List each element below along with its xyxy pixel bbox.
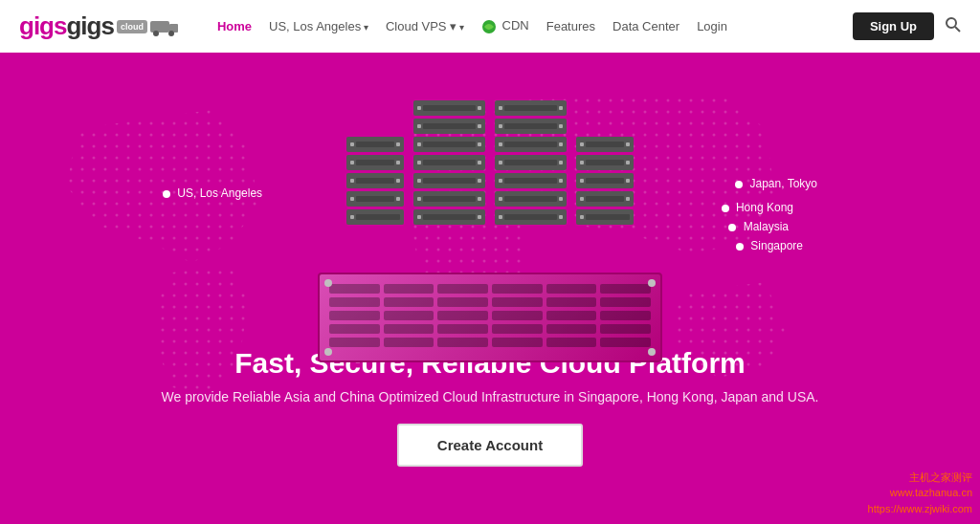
nav-links: Home US, Los Angeles Cloud VPS ▾ CDN Fea…	[217, 18, 853, 34]
svg-point-17	[728, 224, 736, 231]
search-button[interactable]	[946, 17, 961, 36]
nav-actions: Sign Up	[853, 12, 961, 40]
location-hk: Hong Kong	[722, 201, 793, 214]
svg-point-3	[168, 31, 174, 36]
location-singapore: Singapore	[736, 239, 803, 252]
watermark-line3: https://www.zjwiki.com	[868, 501, 972, 517]
nav-cdn[interactable]: CDN	[481, 18, 529, 34]
logo-cloud-badge: cloud	[117, 20, 147, 33]
nav-features[interactable]: Features	[546, 19, 595, 33]
svg-line-6	[955, 27, 960, 32]
logo-gigs1: gigs	[19, 11, 66, 41]
hero-section: US, Los Angeles Japan, Tokyo Hong Kong M…	[0, 53, 980, 524]
nav-home[interactable]: Home	[217, 19, 252, 33]
hero-subtitle: We provide Reliable Asia and China Optim…	[0, 389, 980, 404]
server-towers	[346, 100, 634, 225]
location-dot-japan	[735, 181, 743, 188]
navbar: gigsgigs cloud Home US, Los Angeles Clou…	[0, 0, 980, 53]
rack-server	[318, 273, 662, 362]
svg-point-18	[736, 243, 744, 251]
svg-rect-0	[150, 21, 169, 33]
svg-point-2	[153, 31, 159, 36]
watermark-line2: www.tazhanua.cn	[868, 485, 972, 501]
nav-dedicated-server[interactable]: US, Los Angeles	[269, 19, 368, 33]
logo[interactable]: gigsgigs cloud	[19, 11, 179, 41]
logo-gigs2: gigs	[66, 11, 113, 41]
search-icon	[946, 17, 961, 33]
watermark-line1: 主机之家测评	[868, 469, 972, 486]
create-account-button[interactable]: Create Account	[397, 424, 583, 467]
cdn-leaf-icon	[481, 19, 497, 34]
svg-point-5	[947, 18, 956, 28]
svg-point-15	[735, 181, 743, 188]
location-dot-singapore	[736, 243, 744, 251]
location-dot-us	[163, 190, 170, 198]
nav-cloud-vps[interactable]: Cloud VPS ▾	[386, 19, 464, 33]
nav-data-center[interactable]: Data Center	[612, 19, 679, 33]
svg-point-14	[163, 190, 170, 198]
location-malaysia: Malaysia	[728, 220, 789, 233]
nav-login[interactable]: Login	[697, 19, 727, 33]
location-dot-malaysia	[728, 224, 736, 231]
location-japan: Japan, Tokyo	[735, 177, 817, 190]
watermark: 主机之家测评 www.tazhanua.cn https://www.zjwik…	[868, 469, 972, 517]
hero-text-section: Fast, Secure, Reliable Cloud Platform We…	[0, 347, 980, 467]
location-dot-hk	[722, 205, 729, 212]
logo-truck-icon	[150, 17, 179, 36]
svg-point-16	[722, 205, 729, 212]
signup-button[interactable]: Sign Up	[853, 12, 934, 40]
location-us: US, Los Angeles	[163, 186, 262, 200]
